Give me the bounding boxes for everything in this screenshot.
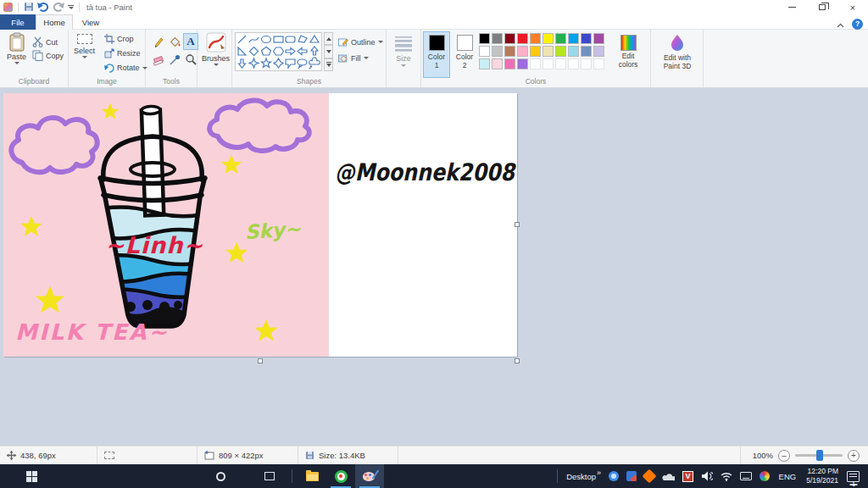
- palette-swatch[interactable]: [517, 33, 528, 44]
- shape-rounded-rectangle[interactable]: [286, 36, 295, 42]
- paint-taskbar-button[interactable]: [355, 464, 384, 488]
- palette-swatch[interactable]: [504, 46, 515, 57]
- palette-swatch[interactable]: [479, 58, 490, 69]
- color2-button[interactable]: Color 2: [451, 31, 478, 78]
- color-picker-tool[interactable]: [167, 51, 182, 68]
- magnifier-tool[interactable]: [183, 51, 198, 68]
- palette-swatch-empty[interactable]: [530, 58, 541, 69]
- tray-icon-v-app[interactable]: V: [679, 464, 698, 488]
- zoom-in-button[interactable]: +: [848, 450, 860, 462]
- task-view-button[interactable]: [253, 464, 287, 488]
- palette-swatch[interactable]: [568, 46, 579, 57]
- palette-swatch-empty[interactable]: [568, 58, 579, 69]
- copy-button[interactable]: Copy: [32, 50, 64, 61]
- shape-curve[interactable]: [249, 37, 259, 42]
- shape-star-6[interactable]: [274, 58, 283, 68]
- canvas[interactable]: ~Linh~ Sky~ MILK TEA~ @Moonnek2008: [3, 93, 517, 357]
- touch-keyboard-icon[interactable]: [737, 464, 756, 488]
- tray-icon-blue-app[interactable]: [605, 464, 623, 488]
- edit-with-paint3d-button[interactable]: Edit with Paint 3D: [656, 31, 698, 71]
- paste-button[interactable]: Paste: [7, 32, 26, 64]
- palette-swatch[interactable]: [568, 33, 579, 44]
- cut-button[interactable]: Cut: [32, 36, 58, 47]
- palette-swatch[interactable]: [581, 33, 592, 44]
- paint-app-icon[interactable]: [3, 3, 13, 12]
- tab-home[interactable]: Home: [36, 14, 73, 30]
- tray-icon-color-app[interactable]: [756, 464, 774, 488]
- palette-swatch[interactable]: [593, 46, 604, 57]
- wifi-icon[interactable]: [717, 464, 737, 488]
- shape-triangle[interactable]: [310, 36, 319, 42]
- canvas-white-region[interactable]: [329, 93, 517, 357]
- brushes-button[interactable]: Brushes: [202, 32, 230, 66]
- canvas-resize-handle-corner[interactable]: [515, 358, 520, 363]
- shape-arrow-right[interactable]: [286, 48, 295, 55]
- shapes-scroll-down[interactable]: [324, 45, 333, 58]
- shape-diamond[interactable]: [250, 47, 259, 56]
- close-button[interactable]: ×: [837, 0, 868, 14]
- shape-callout-cloud[interactable]: [309, 58, 320, 69]
- undo-button[interactable]: [37, 0, 49, 15]
- palette-swatch[interactable]: [492, 33, 503, 44]
- shape-rectangle[interactable]: [274, 36, 283, 42]
- shapes-gallery[interactable]: [235, 32, 322, 71]
- palette-swatch[interactable]: [542, 33, 554, 44]
- palette-swatch[interactable]: [530, 33, 541, 44]
- shape-pentagon[interactable]: [262, 47, 271, 56]
- tab-file[interactable]: File: [0, 14, 36, 30]
- fill-button[interactable]: Fill: [337, 53, 369, 64]
- palette-swatch[interactable]: [517, 58, 528, 69]
- save-button[interactable]: [24, 0, 34, 15]
- color1-button[interactable]: Color 1: [423, 31, 450, 78]
- palette-swatch[interactable]: [581, 46, 592, 57]
- shape-callout-rounded[interactable]: [286, 59, 295, 68]
- restore-button[interactable]: [807, 0, 837, 14]
- chevron-overflow-icon[interactable]: »: [597, 469, 601, 477]
- palette-swatch[interactable]: [479, 33, 490, 44]
- shape-star-4[interactable]: [249, 58, 259, 68]
- desktop-toolbar[interactable]: Desktop»: [563, 464, 605, 488]
- shape-polygon[interactable]: [298, 36, 307, 42]
- palette-swatch[interactable]: [555, 33, 566, 44]
- zoom-slider-thumb[interactable]: [816, 450, 823, 461]
- rotate-button[interactable]: Rotate: [104, 63, 147, 73]
- resize-button[interactable]: Resize: [104, 48, 141, 58]
- edit-colors-button[interactable]: Edit colors: [611, 31, 645, 69]
- palette-swatch[interactable]: [555, 46, 566, 57]
- crop-button[interactable]: Crop: [104, 34, 134, 44]
- tray-icon-photos-app[interactable]: [623, 464, 641, 488]
- shape-hexagon[interactable]: [274, 47, 284, 55]
- zoom-out-button[interactable]: –: [778, 450, 790, 462]
- shape-arrow-down[interactable]: [239, 59, 246, 68]
- shape-arrow-up[interactable]: [311, 47, 318, 55]
- size-button[interactable]: Size: [393, 35, 414, 67]
- shape-callout-oval[interactable]: [298, 59, 307, 68]
- palette-swatch-empty[interactable]: [542, 58, 554, 69]
- shapes-scroll-up[interactable]: [324, 32, 333, 45]
- select-button[interactable]: Select: [74, 34, 95, 58]
- shape-line[interactable]: [238, 36, 246, 43]
- customize-qat-button[interactable]: [68, 5, 74, 9]
- clock[interactable]: 12:20 PM 5/19/2021: [801, 467, 843, 485]
- palette-swatch-empty[interactable]: [593, 58, 604, 69]
- palette-swatch[interactable]: [542, 46, 554, 57]
- shape-star-5[interactable]: [262, 58, 271, 68]
- volume-icon[interactable]: [698, 464, 717, 488]
- text-tool[interactable]: A: [183, 33, 198, 50]
- pencil-tool[interactable]: [151, 33, 166, 50]
- canvas-resize-handle-bottom[interactable]: [258, 358, 263, 363]
- palette-swatch-empty[interactable]: [581, 58, 592, 69]
- zoom-slider[interactable]: [795, 454, 843, 457]
- palette-swatch[interactable]: [479, 46, 490, 57]
- shape-arrow-left[interactable]: [298, 48, 307, 55]
- fill-tool[interactable]: [167, 33, 182, 50]
- shapes-more-button[interactable]: [324, 58, 333, 71]
- tray-icon-cloud[interactable]: [659, 464, 679, 488]
- canvas-resize-handle-right[interactable]: [515, 222, 520, 227]
- palette-swatch-empty[interactable]: [555, 58, 566, 69]
- cortana-button[interactable]: [203, 464, 237, 488]
- action-center-button[interactable]: 1: [847, 471, 860, 482]
- language-indicator[interactable]: ENG: [774, 464, 802, 488]
- start-button[interactable]: [12, 464, 51, 488]
- redo-button[interactable]: [53, 0, 64, 15]
